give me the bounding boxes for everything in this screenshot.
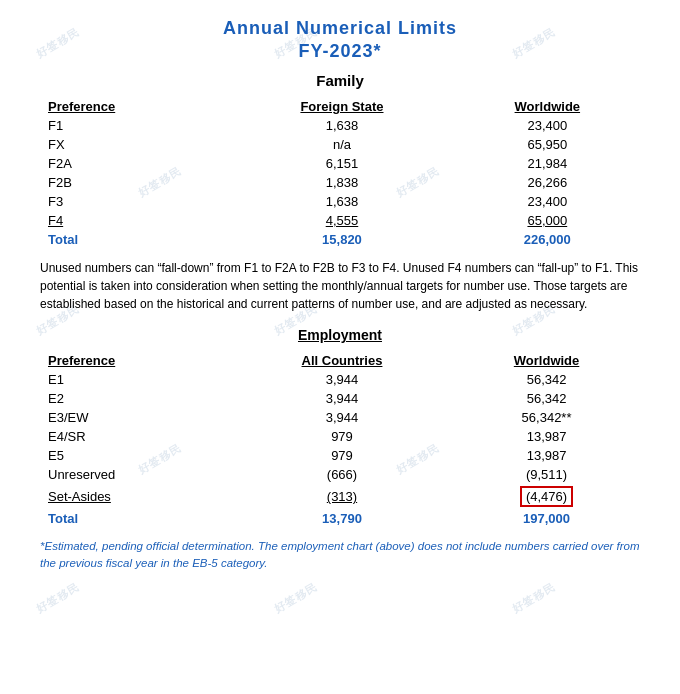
family-foreign: 1,638 bbox=[229, 192, 454, 211]
employment-worldwide: 56,342 bbox=[453, 370, 640, 389]
employment-total-all: 13,790 bbox=[231, 509, 453, 528]
employment-table-row: E13,94456,342 bbox=[40, 370, 640, 389]
employment-section: Employment Preference All Countries Worl… bbox=[40, 327, 640, 528]
family-header-foreign: Foreign State bbox=[229, 97, 454, 116]
employment-pref: E5 bbox=[40, 446, 231, 465]
family-foreign: 1,638 bbox=[229, 116, 454, 135]
employment-section-title: Employment bbox=[40, 327, 640, 343]
family-foreign: 1,838 bbox=[229, 173, 454, 192]
family-foreign: 4,555 bbox=[229, 211, 454, 230]
footnote: *Estimated, pending official determinati… bbox=[40, 538, 640, 573]
employment-all: 979 bbox=[231, 427, 453, 446]
employment-table-row: E3/EW3,94456,342** bbox=[40, 408, 640, 427]
family-pref: FX bbox=[40, 135, 229, 154]
employment-header-worldwide: Worldwide bbox=[453, 351, 640, 370]
employment-total-worldwide: 197,000 bbox=[453, 509, 640, 528]
employment-total-row: Total13,790197,000 bbox=[40, 509, 640, 528]
family-pref: F3 bbox=[40, 192, 229, 211]
family-header-worldwide: Worldwide bbox=[455, 97, 640, 116]
family-worldwide: 65,000 bbox=[455, 211, 640, 230]
family-worldwide: 26,266 bbox=[455, 173, 640, 192]
employment-table-row: Set-Asides(313)(4,476) bbox=[40, 484, 640, 509]
page-title-line2: FY-2023* bbox=[40, 41, 640, 62]
employment-table-row: E4/SR97913,987 bbox=[40, 427, 640, 446]
page-title-line1: Annual Numerical Limits bbox=[40, 18, 640, 39]
family-total-worldwide: 226,000 bbox=[455, 230, 640, 249]
employment-worldwide: (9,511) bbox=[453, 465, 640, 484]
family-worldwide: 23,400 bbox=[455, 116, 640, 135]
employment-total-label: Total bbox=[40, 509, 231, 528]
employment-all: 3,944 bbox=[231, 389, 453, 408]
family-pref: F2A bbox=[40, 154, 229, 173]
employment-pref: E1 bbox=[40, 370, 231, 389]
family-foreign: n/a bbox=[229, 135, 454, 154]
page-content: Annual Numerical Limits FY-2023* Family … bbox=[0, 0, 680, 591]
employment-all: 3,944 bbox=[231, 370, 453, 389]
family-header-preference: Preference bbox=[40, 97, 229, 116]
employment-pref: E2 bbox=[40, 389, 231, 408]
employment-worldwide: 56,342 bbox=[453, 389, 640, 408]
employment-worldwide: 56,342** bbox=[453, 408, 640, 427]
family-pref: F2B bbox=[40, 173, 229, 192]
employment-worldwide: 13,987 bbox=[453, 427, 640, 446]
employment-header-preference: Preference bbox=[40, 351, 231, 370]
family-foreign: 6,151 bbox=[229, 154, 454, 173]
employment-pref: E4/SR bbox=[40, 427, 231, 446]
employment-all: 979 bbox=[231, 446, 453, 465]
employment-pref: Unreserved bbox=[40, 465, 231, 484]
employment-worldwide: (4,476) bbox=[453, 484, 640, 509]
family-worldwide: 23,400 bbox=[455, 192, 640, 211]
employment-table-row: E23,94456,342 bbox=[40, 389, 640, 408]
employment-worldwide: 13,987 bbox=[453, 446, 640, 465]
family-table-header: Preference Foreign State Worldwide bbox=[40, 97, 640, 116]
employment-all: 3,944 bbox=[231, 408, 453, 427]
employment-table-row: E597913,987 bbox=[40, 446, 640, 465]
family-table: Preference Foreign State Worldwide F11,6… bbox=[40, 97, 640, 249]
highlighted-value: (4,476) bbox=[520, 486, 573, 507]
family-table-row: F31,63823,400 bbox=[40, 192, 640, 211]
employment-table-row: Unreserved(666)(9,511) bbox=[40, 465, 640, 484]
employment-header-all: All Countries bbox=[231, 351, 453, 370]
family-table-row: F2A6,15121,984 bbox=[40, 154, 640, 173]
family-total-row: Total15,820226,000 bbox=[40, 230, 640, 249]
employment-pref: Set-Asides bbox=[40, 484, 231, 509]
employment-pref: E3/EW bbox=[40, 408, 231, 427]
family-table-row: F2B1,83826,266 bbox=[40, 173, 640, 192]
family-table-row: F44,55565,000 bbox=[40, 211, 640, 230]
family-table-row: F11,63823,400 bbox=[40, 116, 640, 135]
family-pref: F4 bbox=[40, 211, 229, 230]
family-total-foreign: 15,820 bbox=[229, 230, 454, 249]
family-pref: F1 bbox=[40, 116, 229, 135]
family-total-label: Total bbox=[40, 230, 229, 249]
employment-all: (313) bbox=[231, 484, 453, 509]
employment-table-header: Preference All Countries Worldwide bbox=[40, 351, 640, 370]
family-worldwide: 21,984 bbox=[455, 154, 640, 173]
employment-all: (666) bbox=[231, 465, 453, 484]
family-note: Unused numbers can “fall-down” from F1 t… bbox=[40, 259, 640, 313]
family-table-row: FXn/a65,950 bbox=[40, 135, 640, 154]
family-section-title: Family bbox=[40, 72, 640, 89]
footnote-text: *Estimated, pending official determinati… bbox=[40, 540, 640, 569]
employment-table: Preference All Countries Worldwide E13,9… bbox=[40, 351, 640, 528]
family-worldwide: 65,950 bbox=[455, 135, 640, 154]
